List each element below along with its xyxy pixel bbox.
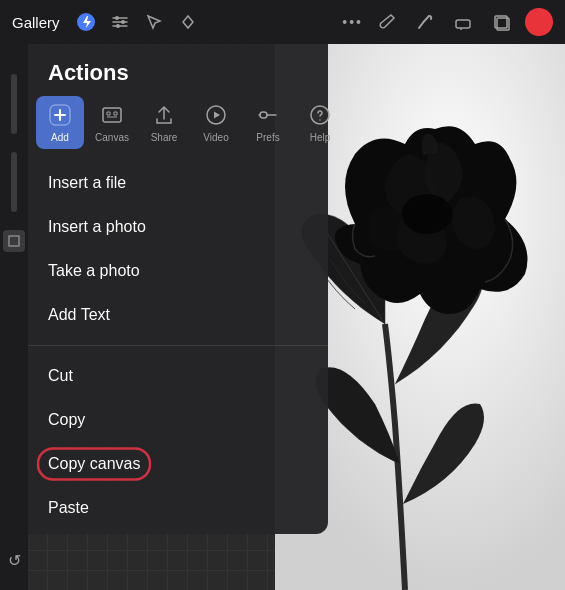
tab-help[interactable]: Help <box>296 96 344 149</box>
actions-panel: Actions Add <box>28 44 328 534</box>
lightning-icon[interactable] <box>72 8 100 36</box>
tab-video[interactable]: Video <box>192 96 240 149</box>
tab-bar: Add Canvas <box>28 96 328 157</box>
undo-button[interactable]: ↺ <box>8 551 21 570</box>
gallery-button[interactable]: Gallery <box>12 14 60 31</box>
top-toolbar: Gallery • <box>0 0 565 44</box>
tab-help-icon <box>307 102 333 128</box>
svg-rect-4 <box>456 20 470 28</box>
svg-rect-12 <box>103 108 121 122</box>
smudge-icon[interactable] <box>411 8 439 36</box>
svg-point-1 <box>115 16 119 20</box>
svg-rect-7 <box>9 236 19 246</box>
tab-share-icon <box>151 102 177 128</box>
menu-divider <box>28 345 328 346</box>
svg-point-10 <box>402 194 452 234</box>
menu-cut[interactable]: Cut <box>28 354 328 398</box>
tab-prefs[interactable]: Prefs <box>244 96 292 149</box>
menu-insert-file[interactable]: Insert a file <box>28 161 328 205</box>
brush-icon[interactable] <box>373 8 401 36</box>
tab-canvas-label: Canvas <box>95 132 129 143</box>
menu-insert-photo[interactable]: Insert a photo <box>28 205 328 249</box>
layers-icon[interactable] <box>487 8 515 36</box>
menu-add-text[interactable]: Add Text <box>28 293 328 337</box>
canvas-area: Actions Add <box>28 44 565 590</box>
adjust-icon[interactable] <box>106 8 134 36</box>
tab-prefs-icon <box>255 102 281 128</box>
menu-copy[interactable]: Copy <box>28 398 328 442</box>
color-picker[interactable] <box>525 8 553 36</box>
tab-add[interactable]: Add <box>36 96 84 149</box>
transform-icon[interactable] <box>174 8 202 36</box>
tab-help-label: Help <box>310 132 331 143</box>
tab-video-label: Video <box>203 132 228 143</box>
tab-share[interactable]: Share <box>140 96 188 149</box>
menu-copy-canvas[interactable]: Copy canvas <box>28 442 328 486</box>
left-sidebar: ↺ <box>0 44 28 590</box>
menu-section-top: Insert a file Insert a photo Take a phot… <box>28 157 328 341</box>
sidebar-tool-square[interactable] <box>3 230 25 252</box>
tab-canvas[interactable]: Canvas <box>88 96 136 149</box>
more-dots[interactable]: ••• <box>342 14 363 30</box>
tab-add-label: Add <box>51 132 69 143</box>
svg-point-16 <box>319 119 321 121</box>
svg-point-2 <box>121 20 125 24</box>
eraser-icon[interactable] <box>449 8 477 36</box>
brush-size-slider[interactable] <box>11 74 17 134</box>
gallery-label: Gallery <box>12 14 60 31</box>
toolbar-right: ••• <box>342 8 553 36</box>
tab-add-icon <box>47 102 73 128</box>
copy-canvas-text-wrapper: Copy canvas <box>48 455 141 473</box>
menu-section-bottom: Cut Copy Copy canvas Paste <box>28 350 328 534</box>
opacity-slider[interactable] <box>11 152 17 212</box>
menu-take-photo[interactable]: Take a photo <box>28 249 328 293</box>
tab-video-icon <box>203 102 229 128</box>
tab-canvas-icon <box>99 102 125 128</box>
toolbar-tools <box>72 8 202 36</box>
tab-share-label: Share <box>151 132 178 143</box>
main-area: ↺ <box>0 44 565 590</box>
actions-title: Actions <box>28 44 328 96</box>
selection-icon[interactable] <box>140 8 168 36</box>
menu-paste[interactable]: Paste <box>28 486 328 530</box>
svg-rect-14 <box>260 112 267 118</box>
svg-point-3 <box>116 24 120 28</box>
tab-prefs-label: Prefs <box>256 132 279 143</box>
